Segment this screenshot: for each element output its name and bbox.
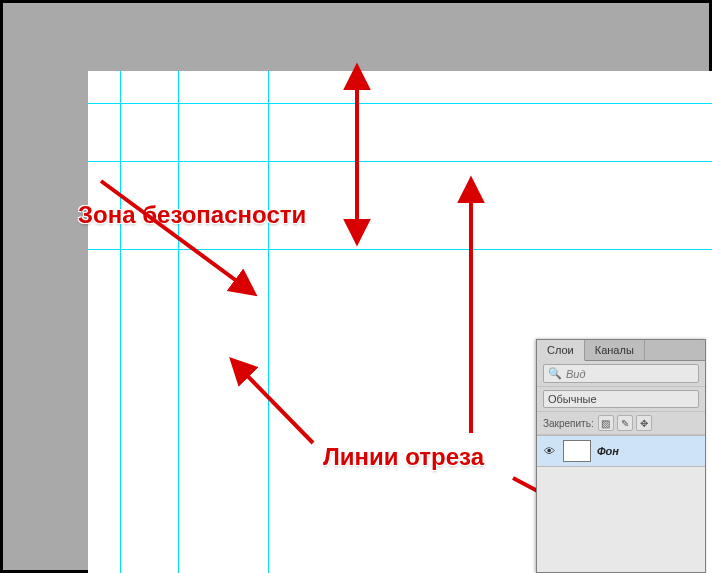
guide-horizontal[interactable] <box>88 103 712 104</box>
guide-horizontal[interactable] <box>88 161 712 162</box>
panel-tabs: Слои Каналы <box>537 340 705 361</box>
guide-vertical[interactable] <box>268 71 269 573</box>
lock-pixels-icon[interactable]: ▨ <box>598 415 614 431</box>
guide-vertical[interactable] <box>178 71 179 573</box>
visibility-toggle[interactable]: 👁 <box>541 445 557 457</box>
layer-filter[interactable]: 🔍 <box>543 364 699 383</box>
tab-layers[interactable]: Слои <box>537 340 585 361</box>
layers-panel[interactable]: Слои Каналы 🔍 Обычные Закрепить: ▨ ✎ ✥ 👁 <box>536 339 706 573</box>
tab-channels[interactable]: Каналы <box>585 340 645 360</box>
blend-mode-row: Обычные <box>537 387 705 412</box>
app-frame: Зона безопасности Линии отреза Слои Кана… <box>0 0 712 573</box>
layer-filter-input[interactable] <box>566 368 694 380</box>
blend-mode-select[interactable]: Обычные <box>543 390 699 408</box>
layer-name[interactable]: Фон <box>597 445 619 457</box>
guide-horizontal[interactable] <box>88 249 712 250</box>
lock-brush-icon[interactable]: ✎ <box>617 415 633 431</box>
lock-row: Закрепить: ▨ ✎ ✥ <box>537 412 705 435</box>
layer-thumbnail[interactable] <box>563 440 591 462</box>
layer-filter-row: 🔍 <box>537 361 705 387</box>
layer-list: 👁 Фон <box>537 435 705 572</box>
search-icon: 🔍 <box>548 367 562 380</box>
layer-row[interactable]: 👁 Фон <box>537 435 705 467</box>
lock-label: Закрепить: <box>543 418 594 429</box>
guide-vertical[interactable] <box>120 71 121 573</box>
lock-move-icon[interactable]: ✥ <box>636 415 652 431</box>
